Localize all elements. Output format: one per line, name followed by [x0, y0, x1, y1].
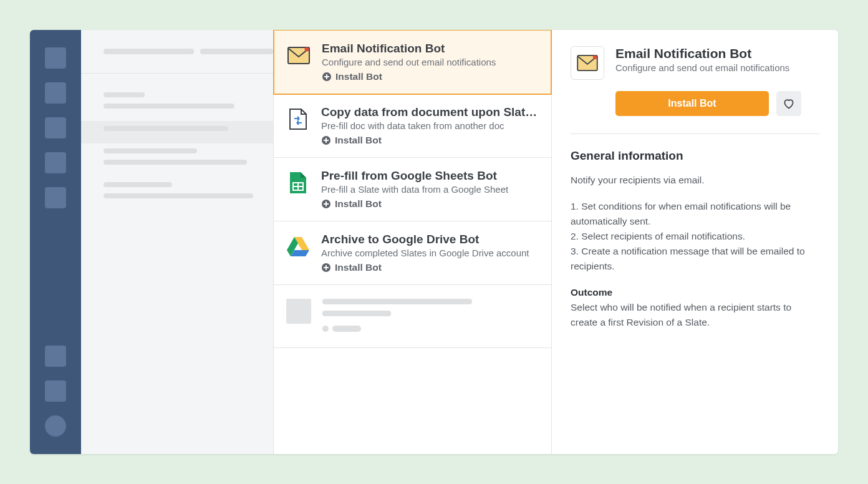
- install-bot-link[interactable]: Install Bot: [321, 198, 539, 210]
- detail-description: Configure and send out email notificatio…: [615, 62, 789, 73]
- install-bot-link[interactable]: Install Bot: [322, 71, 538, 82]
- rail-item[interactable]: [45, 346, 66, 367]
- bot-title: Pre-fill from Google Sheets Bot: [321, 169, 539, 183]
- google-drive-icon: [286, 235, 310, 258]
- plus-circle-icon: [321, 135, 331, 145]
- nav-item[interactable]: [81, 143, 273, 177]
- nav-item[interactable]: [81, 177, 273, 211]
- bot-description: Pre-fill doc with data taken from anothe…: [321, 120, 539, 131]
- install-bot-link[interactable]: Install Bot: [321, 262, 539, 273]
- bot-description: Configure and send out email notificatio…: [322, 57, 538, 67]
- bot-card-google-sheets[interactable]: Pre-fill from Google Sheets Bot Pre-fill…: [274, 158, 551, 221]
- rail-item[interactable]: [45, 187, 66, 208]
- bot-description: Pre-fill a Slate with data from a Google…: [321, 184, 539, 195]
- section-general-info-title: General information: [571, 149, 819, 163]
- rail-item[interactable]: [45, 117, 66, 138]
- bot-list-column: Email Notification Bot Configure and sen…: [273, 30, 551, 454]
- rail-item[interactable]: [45, 380, 66, 402]
- rail-item[interactable]: [45, 152, 66, 173]
- email-icon: [287, 44, 311, 67]
- heart-icon: [783, 97, 795, 110]
- app-window: Email Notification Bot Configure and sen…: [30, 30, 838, 454]
- google-sheets-icon: [286, 171, 310, 195]
- install-bot-button[interactable]: Install Bot: [615, 91, 769, 116]
- nav-header: [81, 30, 273, 74]
- rail-item[interactable]: [45, 82, 66, 104]
- bot-title: Email Notification Bot: [322, 42, 538, 56]
- bot-card-email-notification[interactable]: Email Notification Bot Configure and sen…: [273, 30, 552, 95]
- plus-circle-icon: [321, 199, 331, 209]
- rail-avatar[interactable]: [45, 415, 66, 437]
- svg-point-1: [305, 47, 309, 52]
- nav-item[interactable]: [81, 121, 273, 143]
- bot-card-placeholder: [274, 285, 551, 348]
- bot-card-google-drive[interactable]: Archive to Google Drive Bot Archive comp…: [274, 221, 551, 285]
- bot-title: Archive to Google Drive Bot: [321, 233, 539, 246]
- bot-card-copy-data[interactable]: Copy data from document upon Slate… Pre-…: [274, 94, 551, 158]
- nav-item[interactable]: [81, 87, 273, 121]
- nav-column: [81, 30, 273, 454]
- install-bot-link[interactable]: Install Bot: [321, 135, 539, 146]
- plus-circle-icon: [321, 263, 331, 273]
- detail-column: Email Notification Bot Configure and sen…: [551, 30, 838, 454]
- general-info-text: Notify your recipients via email. 1. Set…: [571, 173, 819, 330]
- detail-header-block: Email Notification Bot Configure and sen…: [571, 46, 819, 80]
- plus-circle-icon: [322, 72, 332, 82]
- document-icon: [286, 107, 310, 131]
- detail-title: Email Notification Bot: [615, 46, 789, 61]
- favorite-button[interactable]: [776, 91, 801, 116]
- icon-rail: [30, 30, 81, 454]
- rail-item[interactable]: [45, 47, 66, 69]
- svg-point-8: [593, 55, 597, 59]
- email-icon: [571, 46, 604, 80]
- bot-title: Copy data from document upon Slate…: [321, 105, 539, 119]
- bot-description: Archive completed Slates in Google Drive…: [321, 248, 539, 258]
